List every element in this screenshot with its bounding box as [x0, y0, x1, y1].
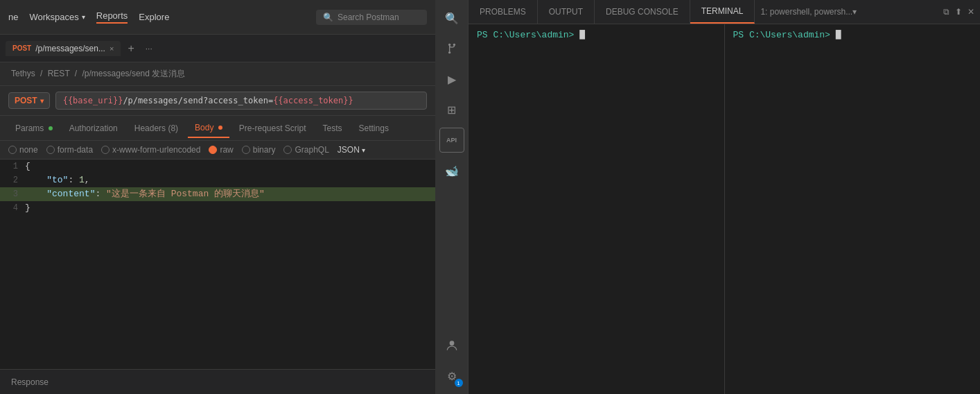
- account-sidebar-icon[interactable]: [439, 333, 464, 358]
- params-dot: [49, 126, 53, 130]
- nav-workspaces[interactable]: Workspaces ▾: [29, 12, 85, 22]
- svg-point-3: [449, 341, 454, 345]
- code-line-3: 3 "content": "这是一条来自 Postman 的聊天消息": [0, 187, 435, 201]
- line-content: "content": "这是一条来自 Postman 的聊天消息": [25, 187, 435, 201]
- separator: /: [75, 69, 80, 78]
- settings-badge: 1: [455, 379, 463, 387]
- chevron-down-icon: ▾: [362, 146, 365, 154]
- nav-explore[interactable]: Explore: [139, 12, 169, 22]
- tab-method: POST: [12, 44, 31, 52]
- radio-none: [8, 146, 17, 154]
- vscode-panel: PROBLEMS OUTPUT DEBUG CONSOLE TERMINAL 1…: [469, 0, 980, 394]
- vscode-tab-debug[interactable]: DEBUG CONSOLE: [595, 0, 690, 24]
- option-binary[interactable]: binary: [242, 145, 276, 155]
- breadcrumb-workspace[interactable]: Tethys: [11, 69, 35, 78]
- postman-panel: ne Workspaces ▾ Reports Explore 🔍 Search…: [0, 0, 435, 394]
- search-sidebar-icon[interactable]: 🔍: [439, 6, 464, 31]
- breadcrumb-type[interactable]: REST: [48, 69, 70, 78]
- option-graphql[interactable]: GraphQL: [283, 145, 329, 155]
- tab-path: /p/messages/sen...: [35, 44, 105, 53]
- response-bar: Response: [0, 369, 435, 394]
- nav-home[interactable]: ne: [8, 12, 18, 22]
- tab-close-button[interactable]: ×: [110, 44, 114, 53]
- method-select[interactable]: POST ▾: [8, 92, 50, 109]
- svg-point-2: [453, 44, 455, 46]
- tab-tests[interactable]: Tests: [316, 119, 349, 137]
- svg-point-0: [448, 44, 450, 46]
- tab-settings[interactable]: Settings: [352, 119, 396, 137]
- split-terminal-icon[interactable]: ⧉: [943, 7, 950, 17]
- tab-authorization[interactable]: Authorization: [62, 119, 125, 137]
- breadcrumb-endpoint: /p/messages/send 发送消息: [82, 69, 186, 78]
- nav-reports[interactable]: Reports: [96, 10, 128, 24]
- vscode-tab-output[interactable]: OUTPUT: [538, 0, 595, 24]
- tab-headers[interactable]: Headers (8): [128, 119, 185, 137]
- tabs-bar: POST /p/messages/sen... × + ···: [0, 35, 435, 62]
- radio-form-data: [46, 146, 55, 154]
- docker-sidebar-icon[interactable]: 🐋: [439, 158, 464, 183]
- settings-sidebar-icon[interactable]: ⚙ 1: [439, 363, 464, 388]
- method-label: POST: [15, 96, 37, 105]
- terminal-cursor-2: █: [836, 30, 841, 40]
- extensions-sidebar-icon[interactable]: ⊞: [439, 97, 464, 122]
- tab-params[interactable]: Params: [8, 119, 60, 137]
- url-base-uri: {{base_uri}}: [63, 96, 123, 105]
- vscode-tab-problems[interactable]: PROBLEMS: [469, 0, 538, 24]
- line-number: 4: [0, 201, 25, 215]
- request-tabs: Params Authorization Headers (8) Body Pr…: [0, 116, 435, 141]
- search-placeholder: Search Postman: [338, 12, 399, 22]
- line-content: }: [25, 201, 435, 215]
- tab-add-button[interactable]: +: [123, 41, 138, 56]
- body-dot: [218, 126, 222, 130]
- code-line-1: 1 {: [0, 160, 435, 173]
- search-icon: 🔍: [323, 12, 333, 22]
- line-content: {: [25, 160, 435, 173]
- terminal-pane-2[interactable]: PS C:\Users\admin> █: [725, 24, 981, 394]
- line-number: 2: [0, 173, 25, 187]
- option-raw[interactable]: raw: [209, 145, 233, 155]
- maximize-panel-icon[interactable]: ⬆: [955, 7, 962, 17]
- line-number: 1: [0, 160, 25, 173]
- code-editor[interactable]: 1 { 2 "to": 1, 3 "content": "这是一条来自 Post…: [0, 160, 435, 369]
- terminal-pane-1[interactable]: PS C:\Users\admin> █: [469, 24, 725, 394]
- close-panel-icon[interactable]: ✕: [968, 7, 974, 17]
- vscode-tab-more[interactable]: 1: powershell, powersh... ▾: [755, 0, 862, 24]
- body-options: none form-data x-www-form-urlencoded raw…: [0, 141, 435, 160]
- terminal-prompt-1: PS C:\Users\admin>: [477, 30, 574, 40]
- run-sidebar-icon[interactable]: ▶: [439, 67, 464, 92]
- chevron-down-icon: ▾: [82, 13, 85, 21]
- tab-pre-request[interactable]: Pre-request Script: [232, 119, 313, 137]
- code-line-4: 4 }: [0, 201, 435, 215]
- chevron-down-icon: ▾: [40, 97, 44, 105]
- json-format-select[interactable]: JSON ▾: [338, 145, 365, 155]
- radio-binary: [242, 146, 250, 154]
- url-path: /p/messages/send?access_token=: [123, 96, 273, 105]
- code-line-2: 2 "to": 1,: [0, 173, 435, 187]
- option-none[interactable]: none: [8, 145, 38, 155]
- source-control-sidebar-icon[interactable]: [439, 36, 464, 61]
- terminal-prompt-2: PS C:\Users\admin>: [733, 30, 830, 40]
- terminal-cursor-1: █: [579, 30, 585, 40]
- tab-more-button[interactable]: ···: [141, 42, 157, 55]
- line-content: "to": 1,: [25, 173, 435, 187]
- vscode-tab-terminal[interactable]: TERMINAL: [690, 0, 755, 24]
- option-form-data[interactable]: form-data: [46, 145, 93, 155]
- request-tab[interactable]: POST /p/messages/sen... ×: [6, 41, 121, 56]
- url-bar: POST ▾ {{base_uri}}/p/messages/send?acce…: [0, 86, 435, 116]
- vscode-tabs: PROBLEMS OUTPUT DEBUG CONSOLE TERMINAL 1…: [469, 0, 980, 24]
- terminals-area: PS C:\Users\admin> █ PS C:\Users\admin> …: [469, 24, 980, 394]
- response-label: Response: [11, 377, 49, 387]
- separator: /: [40, 69, 45, 78]
- option-urlencoded[interactable]: x-www-form-urlencoded: [101, 145, 200, 155]
- url-access-token: {{access_token}}: [273, 96, 353, 105]
- search-bar[interactable]: 🔍 Search Postman: [316, 10, 427, 25]
- svg-point-1: [448, 51, 450, 53]
- url-input[interactable]: {{base_uri}}/p/messages/send?access_toke…: [55, 92, 427, 110]
- radio-raw: [209, 146, 217, 154]
- vscode-sidebar: 🔍 ▶ ⊞ API 🐋 ⚙ 1: [435, 0, 469, 394]
- line-number: 3: [0, 187, 25, 201]
- tab-body[interactable]: Body: [188, 119, 229, 138]
- chevron-down-icon: ▾: [852, 7, 857, 17]
- radio-graphql: [283, 146, 292, 154]
- api-sidebar-icon[interactable]: API: [439, 128, 464, 153]
